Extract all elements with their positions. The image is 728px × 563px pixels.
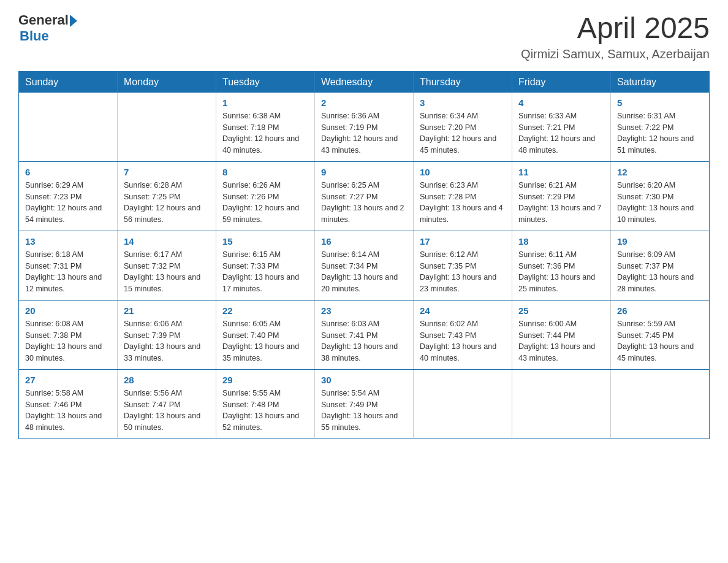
calendar-day-cell: 2Sunrise: 6:36 AM Sunset: 7:19 PM Daylig…: [315, 93, 414, 162]
calendar-day-cell: 28Sunrise: 5:56 AM Sunset: 7:47 PM Dayli…: [118, 369, 216, 439]
day-number: 9: [321, 167, 407, 177]
day-info: Sunrise: 6:21 AM Sunset: 7:29 PM Dayligh…: [518, 180, 604, 226]
day-number: 30: [321, 375, 407, 385]
calendar-day-cell: 21Sunrise: 6:06 AM Sunset: 7:39 PM Dayli…: [118, 300, 216, 369]
day-number: 12: [617, 167, 703, 177]
day-number: 24: [420, 305, 506, 316]
day-number: 25: [518, 305, 604, 316]
calendar-day-cell: 19Sunrise: 6:09 AM Sunset: 7:37 PM Dayli…: [611, 231, 710, 300]
logo: General Blue: [18, 12, 77, 44]
day-info: Sunrise: 6:23 AM Sunset: 7:28 PM Dayligh…: [420, 180, 506, 226]
calendar-day-cell: 9Sunrise: 6:25 AM Sunset: 7:27 PM Daylig…: [315, 161, 414, 231]
page-title: April 2025: [521, 12, 710, 45]
calendar-day-cell: 23Sunrise: 6:03 AM Sunset: 7:41 PM Dayli…: [315, 300, 414, 369]
calendar-day-cell: 18Sunrise: 6:11 AM Sunset: 7:36 PM Dayli…: [512, 231, 611, 300]
calendar-day-header: Wednesday: [315, 71, 414, 93]
calendar-week-row: 1Sunrise: 6:38 AM Sunset: 7:18 PM Daylig…: [19, 93, 710, 162]
title-section: April 2025 Qirmizi Samux, Samux, Azerbai…: [521, 12, 710, 61]
calendar-day-cell: 26Sunrise: 5:59 AM Sunset: 7:45 PM Dayli…: [611, 300, 710, 369]
calendar-day-cell: 22Sunrise: 6:05 AM Sunset: 7:40 PM Dayli…: [216, 300, 315, 369]
day-info: Sunrise: 6:03 AM Sunset: 7:41 PM Dayligh…: [321, 318, 407, 364]
calendar-week-row: 6Sunrise: 6:29 AM Sunset: 7:23 PM Daylig…: [19, 161, 710, 231]
logo-blue-text: Blue: [20, 28, 49, 44]
day-number: 28: [124, 375, 210, 385]
calendar-week-row: 20Sunrise: 6:08 AM Sunset: 7:38 PM Dayli…: [19, 300, 710, 369]
calendar-day-cell: 1Sunrise: 6:38 AM Sunset: 7:18 PM Daylig…: [216, 93, 315, 162]
calendar-day-cell: 25Sunrise: 6:00 AM Sunset: 7:44 PM Dayli…: [512, 300, 611, 369]
calendar-day-cell: 4Sunrise: 6:33 AM Sunset: 7:21 PM Daylig…: [512, 93, 611, 162]
calendar-day-header: Saturday: [611, 71, 710, 93]
calendar-day-cell: [19, 93, 118, 162]
calendar-day-header: Monday: [118, 71, 216, 93]
day-number: 21: [124, 305, 210, 316]
calendar-day-cell: 20Sunrise: 6:08 AM Sunset: 7:38 PM Dayli…: [19, 300, 118, 369]
day-info: Sunrise: 6:26 AM Sunset: 7:26 PM Dayligh…: [222, 180, 308, 226]
day-info: Sunrise: 6:31 AM Sunset: 7:22 PM Dayligh…: [617, 110, 703, 156]
page-subtitle: Qirmizi Samux, Samux, Azerbaijan: [521, 47, 710, 61]
calendar-day-cell: [118, 93, 216, 162]
day-number: 4: [518, 98, 604, 108]
day-number: 10: [420, 167, 506, 177]
day-number: 19: [617, 236, 703, 247]
calendar-day-cell: 7Sunrise: 6:28 AM Sunset: 7:25 PM Daylig…: [118, 161, 216, 231]
calendar-week-row: 13Sunrise: 6:18 AM Sunset: 7:31 PM Dayli…: [19, 231, 710, 300]
calendar-day-cell: 27Sunrise: 5:58 AM Sunset: 7:46 PM Dayli…: [19, 369, 118, 439]
calendar-day-cell: 14Sunrise: 6:17 AM Sunset: 7:32 PM Dayli…: [118, 231, 216, 300]
calendar-day-cell: 6Sunrise: 6:29 AM Sunset: 7:23 PM Daylig…: [19, 161, 118, 231]
day-number: 1: [222, 98, 308, 108]
day-info: Sunrise: 6:25 AM Sunset: 7:27 PM Dayligh…: [321, 180, 407, 226]
day-number: 8: [222, 167, 308, 177]
day-info: Sunrise: 6:36 AM Sunset: 7:19 PM Dayligh…: [321, 110, 407, 156]
day-number: 22: [222, 305, 308, 316]
day-number: 11: [518, 167, 604, 177]
calendar-day-header: Friday: [512, 71, 611, 93]
calendar-day-header: Tuesday: [216, 71, 315, 93]
calendar-week-row: 27Sunrise: 5:58 AM Sunset: 7:46 PM Dayli…: [19, 369, 710, 439]
day-number: 29: [222, 375, 308, 385]
calendar-table: SundayMondayTuesdayWednesdayThursdayFrid…: [18, 71, 710, 439]
day-info: Sunrise: 6:18 AM Sunset: 7:31 PM Dayligh…: [25, 249, 111, 295]
day-number: 23: [321, 305, 407, 316]
calendar-day-cell: 15Sunrise: 6:15 AM Sunset: 7:33 PM Dayli…: [216, 231, 315, 300]
day-number: 2: [321, 98, 407, 108]
day-number: 14: [124, 236, 210, 247]
day-info: Sunrise: 5:55 AM Sunset: 7:48 PM Dayligh…: [222, 388, 308, 434]
day-info: Sunrise: 6:00 AM Sunset: 7:44 PM Dayligh…: [518, 318, 604, 364]
day-info: Sunrise: 6:33 AM Sunset: 7:21 PM Dayligh…: [518, 110, 604, 156]
calendar-day-cell: 10Sunrise: 6:23 AM Sunset: 7:28 PM Dayli…: [414, 161, 512, 231]
day-number: 15: [222, 236, 308, 247]
day-number: 17: [420, 236, 506, 247]
day-info: Sunrise: 5:54 AM Sunset: 7:49 PM Dayligh…: [321, 388, 407, 434]
day-info: Sunrise: 5:56 AM Sunset: 7:47 PM Dayligh…: [124, 388, 210, 434]
calendar-day-cell: 8Sunrise: 6:26 AM Sunset: 7:26 PM Daylig…: [216, 161, 315, 231]
day-number: 18: [518, 236, 604, 247]
day-info: Sunrise: 5:58 AM Sunset: 7:46 PM Dayligh…: [25, 388, 111, 434]
day-number: 27: [25, 375, 111, 385]
day-number: 3: [420, 98, 506, 108]
calendar-day-cell: 17Sunrise: 6:12 AM Sunset: 7:35 PM Dayli…: [414, 231, 512, 300]
day-number: 7: [124, 167, 210, 177]
day-number: 13: [25, 236, 111, 247]
calendar-day-cell: 13Sunrise: 6:18 AM Sunset: 7:31 PM Dayli…: [19, 231, 118, 300]
calendar-day-cell: 11Sunrise: 6:21 AM Sunset: 7:29 PM Dayli…: [512, 161, 611, 231]
calendar-day-cell: [611, 369, 710, 439]
day-info: Sunrise: 6:28 AM Sunset: 7:25 PM Dayligh…: [124, 180, 210, 226]
day-info: Sunrise: 6:08 AM Sunset: 7:38 PM Dayligh…: [25, 318, 111, 364]
day-info: Sunrise: 6:14 AM Sunset: 7:34 PM Dayligh…: [321, 249, 407, 295]
calendar-day-cell: [512, 369, 611, 439]
calendar-day-cell: 16Sunrise: 6:14 AM Sunset: 7:34 PM Dayli…: [315, 231, 414, 300]
day-info: Sunrise: 6:11 AM Sunset: 7:36 PM Dayligh…: [518, 249, 604, 295]
logo-general-text: General: [18, 12, 69, 28]
logo-arrow-icon: [70, 15, 77, 27]
calendar-day-header: Thursday: [414, 71, 512, 93]
day-info: Sunrise: 6:12 AM Sunset: 7:35 PM Dayligh…: [420, 249, 506, 295]
day-info: Sunrise: 6:15 AM Sunset: 7:33 PM Dayligh…: [222, 249, 308, 295]
day-number: 20: [25, 305, 111, 316]
day-info: Sunrise: 6:05 AM Sunset: 7:40 PM Dayligh…: [222, 318, 308, 364]
day-number: 5: [617, 98, 703, 108]
day-info: Sunrise: 6:06 AM Sunset: 7:39 PM Dayligh…: [124, 318, 210, 364]
page-header: General Blue April 2025 Qirmizi Samux, S…: [18, 12, 710, 61]
day-info: Sunrise: 6:34 AM Sunset: 7:20 PM Dayligh…: [420, 110, 506, 156]
calendar-day-cell: 5Sunrise: 6:31 AM Sunset: 7:22 PM Daylig…: [611, 93, 710, 162]
day-info: Sunrise: 6:38 AM Sunset: 7:18 PM Dayligh…: [222, 110, 308, 156]
